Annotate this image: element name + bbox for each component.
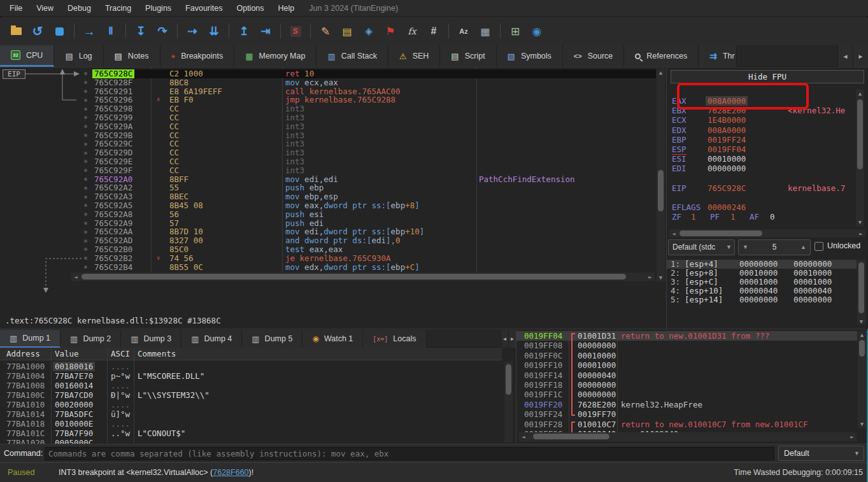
disasm-row[interactable]: 765C9299CCint3 bbox=[0, 113, 656, 122]
command-input[interactable] bbox=[45, 447, 774, 460]
stack-hscroll-thumb[interactable] bbox=[533, 434, 609, 439]
disasm-row[interactable]: 765C928F8BC8mov ecx,eax bbox=[0, 78, 656, 87]
calling-convention-dropdown[interactable]: Default (stdc ▼ bbox=[668, 239, 735, 255]
address-link[interactable]: 7628F660 bbox=[213, 468, 248, 477]
tab-source[interactable]: <>Source bbox=[563, 45, 624, 67]
scroll-up-icon[interactable]: ▲ bbox=[856, 90, 864, 97]
dump-row[interactable]: 77BA100800160014.... bbox=[0, 381, 502, 390]
register-row[interactable]: EIP765C928Ckernelbase.7 bbox=[667, 183, 858, 193]
register-row[interactable]: EBP0019FF24 bbox=[667, 135, 858, 145]
breakpoint-dot-icon[interactable] bbox=[84, 239, 87, 243]
breakpoint-dot-icon[interactable] bbox=[84, 116, 87, 119]
disasm-row[interactable]: 765C929BCCint3 bbox=[0, 131, 656, 140]
tab-breakpoints[interactable]: ●Breakpoints bbox=[160, 45, 235, 67]
disasm-row[interactable]: 765C92B085C0test eax,eax bbox=[0, 245, 656, 254]
disasm-row[interactable]: 765C92A957push edi bbox=[0, 219, 656, 228]
dump-row[interactable]: 77BA100C77BA7CD0Ð|°wL"\\SYSTEM32\\" bbox=[0, 390, 502, 400]
update-check-button[interactable]: ◉ bbox=[527, 22, 546, 40]
dump-vscroll-thumb[interactable] bbox=[506, 364, 511, 395]
dump-row[interactable]: 77BA100000180016.... bbox=[0, 362, 502, 371]
stack-row[interactable]: 0019FF28010010C7return to new.010010C7 f… bbox=[516, 420, 857, 429]
disasm-row[interactable]: 765C929CCCint3 bbox=[0, 139, 656, 148]
skip-exceptions-toggle[interactable]: S bbox=[286, 22, 305, 40]
dump-row[interactable]: 77BA100477BA7E70p~°wL"MSCOREE.DLL" bbox=[0, 371, 502, 381]
unlocked-checkbox[interactable] bbox=[815, 242, 823, 251]
menu-file[interactable]: File bbox=[3, 4, 29, 13]
breakpoint-dot-icon[interactable] bbox=[84, 195, 87, 199]
register-row[interactable]: ESP0019FF04 bbox=[667, 145, 858, 154]
register-row[interactable]: ESI00010000 bbox=[667, 154, 858, 164]
disasm-row[interactable]: 765C92AA8B7D 10mov edi,dword ptr ss:[ebp… bbox=[0, 227, 656, 236]
spinner-down-icon[interactable]: ▼ bbox=[743, 240, 748, 255]
scroll-down-icon[interactable]: ▼ bbox=[858, 421, 866, 427]
disasm-row[interactable]: 765C9298CCint3 bbox=[0, 104, 656, 113]
registers-vscrollbar[interactable]: ▲ ▼ bbox=[856, 89, 864, 227]
disasm-row[interactable]: 765C929ACCint3 bbox=[0, 122, 656, 131]
breakpoint-dot-icon[interactable] bbox=[84, 222, 87, 225]
disasm-row[interactable]: 765C92A856push esi bbox=[0, 210, 656, 219]
column-header[interactable]: Value bbox=[55, 348, 79, 360]
registers-hscroll-thumb[interactable] bbox=[679, 230, 762, 236]
disasm-hscrollbar[interactable]: ◄ ► bbox=[71, 273, 655, 281]
argument-row[interactable]: 5:[esp+14]0000000000000000 bbox=[667, 295, 857, 304]
breakpoint-dot-icon[interactable] bbox=[84, 213, 87, 216]
animate-into-button[interactable]: ⇢ bbox=[183, 22, 202, 40]
disasm-row[interactable]: 765C92A08BFFmov edi,ediPathCchFindExtens… bbox=[0, 175, 656, 184]
scroll-left-icon[interactable]: ◄ bbox=[520, 434, 527, 440]
argument-row[interactable]: 4:[esp+10]0000004000000040 bbox=[667, 287, 857, 295]
scroll-left-icon[interactable]: ◄ bbox=[671, 230, 677, 237]
breakpoint-dot-icon[interactable] bbox=[84, 152, 87, 155]
flags-row[interactable]: ZF1PF1AF0 bbox=[667, 212, 858, 222]
column-header[interactable]: Comments bbox=[138, 348, 176, 360]
hash-button[interactable]: # bbox=[424, 22, 443, 40]
stack-vscrollbar[interactable]: ▲ ▼ bbox=[858, 331, 866, 428]
stack-row[interactable]: 0019FF1400000040 bbox=[516, 371, 857, 380]
menu-favourites[interactable]: Favourites bbox=[178, 4, 229, 13]
argument-row[interactable]: 3:[esp+C]0000100000001000 bbox=[667, 278, 857, 287]
breakpoint-dot-icon[interactable] bbox=[84, 160, 87, 163]
disasm-vscrollbar[interactable]: ▲ ▼ bbox=[657, 68, 665, 282]
dump-tab-locals[interactable]: [x=]Locals bbox=[363, 330, 426, 348]
dump-tab-dump-5[interactable]: ▥Dump 5 bbox=[242, 330, 302, 348]
spinner-up-icon[interactable]: ▲ bbox=[800, 240, 806, 255]
tab-scroll-left-icon[interactable]: ◄ bbox=[837, 45, 853, 67]
argument-row[interactable]: 1:[esp+4]0000000000000000 bbox=[667, 260, 857, 269]
stack-row[interactable]: 0019FF207628E200kernel32.HeapFree bbox=[516, 400, 857, 409]
open-file-button[interactable] bbox=[6, 22, 25, 40]
dump-tab-scroll-right-icon[interactable]: ► bbox=[508, 330, 516, 348]
disasm-row[interactable]: 765C92AD8327 00and dword ptr ds:[edi],0 bbox=[0, 236, 656, 245]
registers-hscrollbar[interactable]: ◄ ► bbox=[669, 229, 865, 237]
dump-row[interactable]: 77BA10180010000E.... bbox=[0, 419, 502, 429]
register-row[interactable]: EDI00000000 bbox=[667, 164, 858, 173]
column-header[interactable]: ASCI bbox=[111, 348, 130, 360]
scroll-down-icon[interactable]: ▼ bbox=[856, 219, 864, 225]
scroll-right-icon[interactable]: ► bbox=[858, 230, 864, 237]
argument-count-spinner[interactable]: ▼ 5 ▲ bbox=[738, 239, 811, 255]
breakpoint-dot-icon[interactable] bbox=[84, 248, 87, 251]
restart-button[interactable]: ↺ bbox=[28, 22, 47, 40]
menu-options[interactable]: Options bbox=[229, 4, 271, 13]
tab-memory-map[interactable]: ▦Memory Map bbox=[234, 45, 317, 67]
stack-row[interactable]: 0019FF0800000000 bbox=[516, 341, 857, 350]
stack-row[interactable]: 0019FF1000001000 bbox=[516, 360, 857, 370]
dump-tab-dump-4[interactable]: ▥Dump 4 bbox=[181, 330, 242, 348]
labels-button[interactable]: ◈ bbox=[359, 22, 378, 40]
breakpoint-dot-icon[interactable] bbox=[84, 99, 87, 102]
calculator-button[interactable]: ⊞ bbox=[506, 22, 525, 40]
disasm-row[interactable]: 765C92A255push ebp bbox=[0, 183, 656, 192]
disasm-row[interactable]: 765C92A58B45 08mov eax,dword ptr ss:[ebp… bbox=[0, 201, 656, 210]
tab-scroll-right-icon[interactable]: ► bbox=[853, 45, 868, 67]
breakpoint-dot-icon[interactable] bbox=[84, 143, 87, 146]
execute-till-return-button[interactable]: ↥ bbox=[234, 22, 253, 40]
profile-dropdown[interactable]: Default ▼ bbox=[778, 446, 864, 461]
disasm-hscroll-thumb[interactable] bbox=[82, 274, 626, 280]
step-over-button[interactable]: ↷ bbox=[153, 22, 172, 40]
stack-row[interactable]: 0019FF0C00010000 bbox=[516, 351, 857, 360]
comments-button[interactable]: ▤ bbox=[338, 22, 357, 40]
dump-tab-dump-3[interactable]: ▥Dump 3 bbox=[121, 330, 181, 348]
tab-log[interactable]: ▤Log bbox=[54, 45, 103, 67]
breakpoint-dot-icon[interactable] bbox=[84, 108, 87, 111]
stack-hscrollbar[interactable]: ◄ ► bbox=[519, 432, 857, 441]
breakpoint-dot-icon[interactable] bbox=[84, 169, 87, 172]
tab-references[interactable]: References bbox=[624, 45, 699, 67]
